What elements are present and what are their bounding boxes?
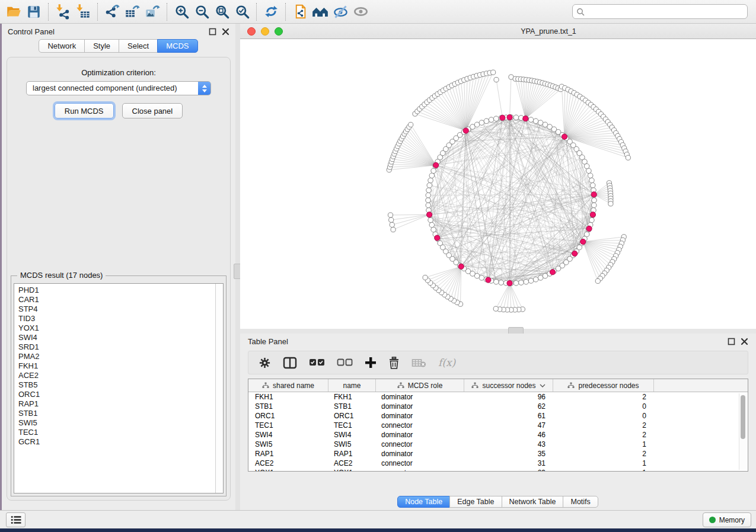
table-settings-button[interactable] — [259, 355, 271, 370]
graph-node[interactable] — [533, 277, 538, 282]
graph-node[interactable] — [426, 203, 431, 208]
close-panel-button-mcds[interactable]: Close panel — [122, 103, 183, 118]
table-row[interactable]: SWI5SWI5connector431 — [248, 440, 748, 449]
tab-select[interactable]: Select — [119, 39, 158, 53]
graph-mcds-node[interactable] — [507, 114, 512, 120]
network-canvas[interactable] — [240, 39, 756, 329]
vertical-splitter[interactable] — [235, 24, 240, 511]
optimization-criterion-select[interactable]: largest connected component (undirected) — [26, 81, 211, 95]
tab-motifs[interactable]: Motifs — [563, 496, 598, 508]
graph-mcds-node[interactable] — [586, 226, 592, 231]
mcds-result-item[interactable]: PHD1 — [18, 286, 223, 295]
table-row[interactable]: ACE2ACE2connector311 — [248, 459, 748, 468]
mcds-result-item[interactable]: STB1 — [18, 409, 223, 418]
table-row[interactable]: SWI4SWI4dominator462 — [248, 430, 748, 440]
zoom-out-button[interactable] — [192, 2, 212, 21]
graph-node[interactable] — [589, 178, 595, 183]
mcds-result-item[interactable]: CAR1 — [18, 295, 223, 305]
graph-mcds-node[interactable] — [463, 128, 468, 133]
delete-column-button[interactable] — [388, 355, 400, 370]
graph-node[interactable] — [513, 115, 519, 120]
graph-node[interactable] — [489, 117, 494, 123]
open-file-button[interactable] — [4, 2, 24, 21]
window-close-button[interactable] — [247, 27, 256, 36]
graph-node[interactable] — [431, 168, 436, 174]
mcds-result-item[interactable]: ACE2 — [18, 371, 223, 380]
export-table-button[interactable] — [122, 2, 142, 21]
graph-mcds-node[interactable] — [433, 162, 439, 168]
graph-node[interactable] — [595, 278, 600, 283]
graph-node[interactable] — [429, 173, 435, 178]
graph-node[interactable] — [528, 278, 534, 284]
graph-node[interactable] — [426, 193, 431, 198]
graph-node[interactable] — [586, 168, 592, 174]
search-input[interactable] — [585, 6, 747, 18]
close-panel-button[interactable] — [222, 28, 229, 36]
mcds-result-item[interactable]: STP4 — [18, 305, 223, 314]
tab-style[interactable]: Style — [84, 39, 119, 53]
table-row[interactable]: RAP1RAP1dominator352 — [248, 449, 748, 459]
memory-button[interactable]: Memory — [703, 512, 751, 527]
float-panel-button[interactable] — [728, 338, 735, 345]
graph-mcds-node[interactable] — [550, 270, 555, 275]
graph-node[interactable] — [389, 217, 394, 222]
mcds-result-item[interactable]: SRD1 — [18, 342, 223, 352]
table-row[interactable]: YOX1YOX1connector291 — [248, 468, 748, 472]
graph-node[interactable] — [528, 117, 534, 123]
graph-node[interactable] — [513, 280, 519, 286]
horizontal-splitter[interactable] — [240, 329, 756, 334]
float-panel-button[interactable] — [209, 28, 216, 36]
tab-edge-table[interactable]: Edge Table — [449, 496, 502, 508]
export-network-button[interactable] — [102, 2, 122, 21]
mcds-result-item[interactable]: ORC1 — [18, 390, 223, 399]
graph-node[interactable] — [491, 70, 496, 75]
export-publication-button[interactable] — [290, 2, 310, 21]
mcds-result-item[interactable]: SWI5 — [18, 418, 223, 428]
tab-mcds[interactable]: MCDS — [157, 39, 197, 53]
show-all-networks-button[interactable] — [310, 2, 330, 21]
mcds-result-item[interactable]: SWI4 — [18, 333, 223, 342]
zoom-selected-button[interactable] — [232, 2, 252, 21]
graph-node[interactable] — [493, 306, 498, 311]
graph-node[interactable] — [426, 188, 432, 193]
graph-node[interactable] — [493, 116, 499, 121]
run-mcds-button[interactable]: Run MCDS — [55, 103, 114, 118]
graph-node[interactable] — [538, 120, 543, 126]
show-column-panel-button[interactable] — [283, 355, 297, 370]
graph-node[interactable] — [608, 201, 613, 206]
unselect-all-columns-button[interactable] — [337, 355, 353, 370]
select-all-columns-button[interactable] — [309, 355, 325, 370]
save-session-button[interactable] — [24, 2, 44, 21]
column-header-name[interactable]: name — [328, 379, 376, 392]
delete-table-button[interactable] — [412, 355, 426, 370]
graph-mcds-node[interactable] — [500, 115, 505, 120]
column-header-predecessor-nodes[interactable]: predecessor nodes — [553, 379, 654, 392]
graph-mcds-node[interactable] — [427, 212, 432, 217]
window-minimize-button[interactable] — [261, 27, 269, 36]
table-row[interactable]: ORC1ORC1dominator610 — [248, 411, 748, 421]
create-column-button[interactable] — [365, 355, 377, 370]
show-panels-button[interactable] — [6, 512, 25, 527]
export-image-button[interactable] — [142, 2, 162, 21]
graph-mcds-node[interactable] — [591, 192, 596, 197]
graph-mcds-node[interactable] — [486, 277, 491, 283]
scrollbar-thumb[interactable] — [741, 395, 745, 439]
graph-mcds-node[interactable] — [590, 212, 595, 217]
mcds-result-list[interactable]: PHD1CAR1STP4TID3YOX1SWI4SRD1PMA2FKH1ACE2… — [14, 283, 224, 493]
graph-mcds-node[interactable] — [458, 264, 464, 269]
tab-node-table[interactable]: Node Table — [397, 496, 450, 508]
window-zoom-button[interactable] — [275, 27, 283, 36]
graph-node[interactable] — [431, 227, 436, 232]
graph-node[interactable] — [423, 275, 428, 280]
mcds-result-item[interactable]: RAP1 — [18, 399, 223, 409]
graph-node[interactable] — [429, 222, 435, 227]
tab-network[interactable]: Network — [39, 39, 85, 53]
graph-mcds-node[interactable] — [435, 235, 440, 241]
mcds-result-item[interactable]: FKH1 — [18, 361, 223, 371]
graph-node[interactable] — [584, 164, 589, 169]
table-row[interactable]: STB1STB1dominator620 — [248, 402, 748, 411]
zoom-fit-button[interactable] — [212, 2, 232, 21]
function-builder-button[interactable]: f(x) — [438, 355, 455, 370]
graph-node[interactable] — [409, 122, 413, 127]
network-window-titlebar[interactable]: YPA_prune.txt_1 — [240, 24, 756, 39]
